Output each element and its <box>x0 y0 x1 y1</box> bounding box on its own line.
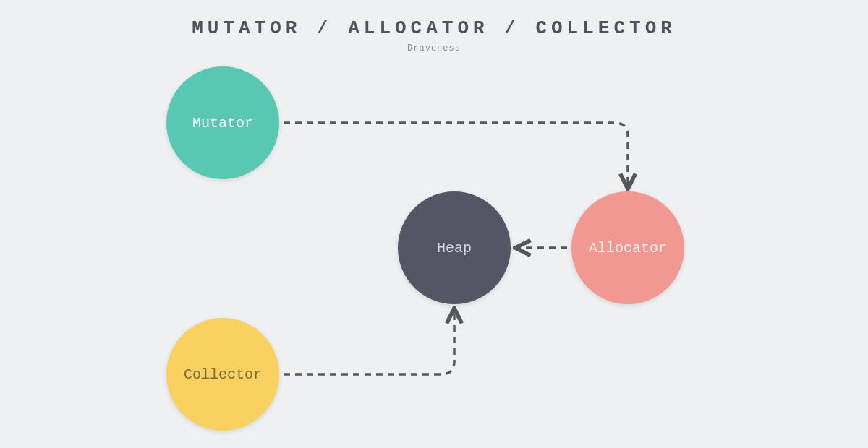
node-collector-label: Collector <box>184 366 262 383</box>
diagram-subtitle: Draveness <box>0 43 868 53</box>
arrow-collector-to-heap <box>284 311 454 374</box>
node-heap: Heap <box>398 191 511 304</box>
arrow-mutator-to-allocator <box>284 123 628 186</box>
node-mutator: Mutator <box>166 66 279 179</box>
node-heap-label: Heap <box>437 240 472 257</box>
node-allocator: Allocator <box>571 191 684 304</box>
node-mutator-label: Mutator <box>192 115 253 132</box>
node-allocator-label: Allocator <box>589 240 667 257</box>
diagram-title: MUTATOR / ALLOCATOR / COLLECTOR <box>0 0 868 39</box>
node-collector: Collector <box>166 318 279 431</box>
